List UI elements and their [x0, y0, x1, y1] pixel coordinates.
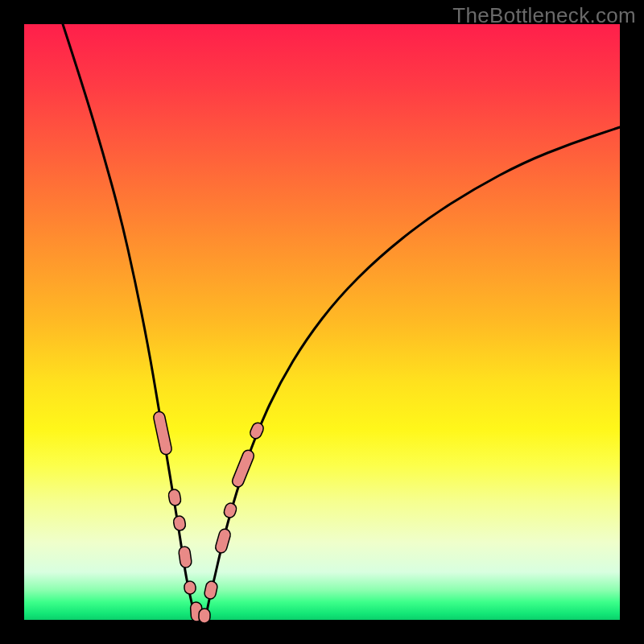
svg-rect-3 — [178, 546, 192, 568]
curve-marker — [249, 421, 266, 440]
svg-rect-11 — [249, 421, 266, 440]
curve-marker — [199, 609, 211, 623]
curve-marker — [153, 411, 173, 456]
curve-marker — [223, 502, 238, 518]
curves-group — [63, 24, 620, 620]
svg-rect-4 — [184, 580, 196, 594]
curve-marker — [231, 448, 256, 489]
svg-rect-7 — [204, 580, 218, 600]
chart-stage: TheBottleneck.com — [0, 0, 644, 644]
curve-marker — [184, 580, 196, 594]
svg-rect-8 — [214, 528, 232, 555]
svg-rect-2 — [173, 515, 187, 531]
curve-left-branch — [63, 24, 196, 620]
curve-marker — [173, 515, 187, 531]
curve-right-branch — [205, 127, 620, 620]
svg-rect-1 — [167, 489, 181, 506]
svg-rect-10 — [231, 448, 256, 489]
svg-rect-0 — [153, 411, 173, 456]
markers-group — [153, 411, 266, 623]
curve-marker — [167, 489, 181, 506]
curve-overlay — [24, 24, 620, 620]
curve-marker — [214, 528, 232, 555]
curve-marker — [204, 580, 218, 600]
svg-rect-6 — [199, 609, 211, 623]
curve-marker — [178, 546, 192, 568]
svg-rect-9 — [223, 502, 238, 518]
